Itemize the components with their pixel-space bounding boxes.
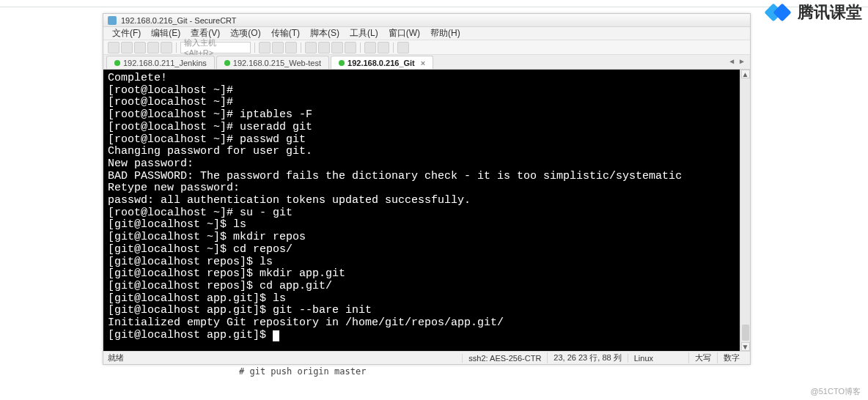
toolbar-button[interactable]	[161, 42, 172, 53]
toolbar-button[interactable]	[147, 42, 159, 53]
status-dot-icon	[224, 60, 230, 66]
tab-close-icon[interactable]: ×	[421, 59, 425, 67]
status-state: 就绪	[108, 352, 124, 363]
scroll-up-icon[interactable]: ▲	[741, 70, 750, 78]
watermark-tr-text: 腾讯课堂	[798, 1, 862, 23]
tab-label: 192.168.0.216_Git	[347, 59, 415, 67]
toolbar-button[interactable]	[272, 42, 284, 53]
toolbar-separator	[301, 42, 301, 53]
window-titlebar[interactable]: 192.168.0.216_Git - SecureCRT	[103, 14, 750, 27]
tencent-ketang-logo-icon	[767, 3, 793, 22]
menu-transfer[interactable]: 传输(T)	[267, 27, 304, 40]
status-position: 23, 26 23 行, 88 列	[547, 352, 627, 363]
toolbar-button[interactable]	[397, 42, 409, 53]
tab-label: 192.168.0.211_Jenkins	[123, 59, 207, 67]
menu-edit[interactable]: 编辑(E)	[147, 27, 185, 40]
menu-window[interactable]: 窗口(W)	[384, 27, 424, 40]
status-num: 数字	[717, 352, 746, 363]
securecrt-window: 192.168.0.216_Git - SecureCRT 文件(F) 编辑(E…	[103, 13, 751, 365]
toolbar-button[interactable]	[378, 42, 389, 53]
toolbar-separator	[393, 42, 394, 53]
menu-script[interactable]: 脚本(S)	[306, 27, 344, 40]
scroll-down-icon[interactable]: ▼	[741, 342, 750, 351]
tab-nav-next-icon[interactable]: ►	[738, 57, 746, 65]
toolbar-button[interactable]	[285, 42, 297, 53]
status-bar: 就绪 ssh2: AES-256-CTR 23, 26 23 行, 88 列 L…	[103, 351, 750, 364]
toolbar-button[interactable]	[331, 42, 343, 53]
menu-file[interactable]: 文件(F)	[108, 27, 145, 40]
toolbar-separator	[360, 42, 361, 53]
toolbar-button[interactable]	[318, 42, 330, 53]
menu-tools[interactable]: 工具(L)	[345, 27, 383, 40]
terminal-cursor	[273, 330, 279, 341]
tabs-bar: 192.168.0.211_Jenkins 192.168.0.215_Web-…	[103, 55, 750, 70]
page-top-divider	[0, 7, 868, 7]
scroll-track[interactable]	[742, 78, 749, 342]
window-title: 192.168.0.216_Git - SecureCRT	[121, 16, 237, 25]
vertical-scrollbar[interactable]: ▲ ▼	[740, 70, 750, 351]
toolbar-button[interactable]	[259, 42, 271, 53]
host-input[interactable]: 输入主机 <Alt+R>	[180, 42, 251, 53]
status-connection: ssh2: AES-256-CTR	[462, 354, 547, 363]
below-note-text: # git push origin master	[239, 366, 366, 377]
status-os: Linux	[628, 354, 659, 363]
tab-git[interactable]: 192.168.0.216_Git ×	[331, 56, 433, 69]
tab-nav: ◄ ►	[728, 57, 746, 65]
toolbar-button[interactable]	[364, 42, 376, 53]
status-dot-icon	[339, 60, 345, 66]
toolbar-separator	[254, 42, 255, 53]
tab-nav-prev-icon[interactable]: ◄	[728, 57, 735, 65]
app-icon	[108, 16, 117, 25]
watermark-51cto: @51CTO博客	[811, 386, 861, 397]
tab-jenkins[interactable]: 192.168.0.211_Jenkins	[106, 56, 215, 69]
toolbar: 输入主机 <Alt+R>	[103, 40, 750, 55]
toolbar-button[interactable]	[121, 42, 133, 53]
watermark-tencent-ketang: 腾讯课堂	[767, 1, 862, 23]
menu-help[interactable]: 帮助(H)	[426, 27, 465, 40]
toolbar-button[interactable]	[134, 42, 146, 53]
terminal-area: Complete! [root@localhost ~]# [root@loca…	[103, 70, 750, 351]
tab-label: 192.168.0.215_Web-test	[233, 59, 321, 67]
toolbar-button[interactable]	[305, 42, 317, 53]
status-dot-icon	[114, 60, 120, 66]
tab-web-test[interactable]: 192.168.0.215_Web-test	[216, 56, 329, 69]
scroll-thumb[interactable]	[742, 325, 749, 341]
terminal[interactable]: Complete! [root@localhost ~]# [root@loca…	[103, 70, 740, 351]
toolbar-button[interactable]	[108, 42, 119, 53]
toolbar-separator	[176, 42, 177, 53]
toolbar-button[interactable]	[345, 42, 356, 53]
status-caps: 大写	[688, 352, 717, 363]
